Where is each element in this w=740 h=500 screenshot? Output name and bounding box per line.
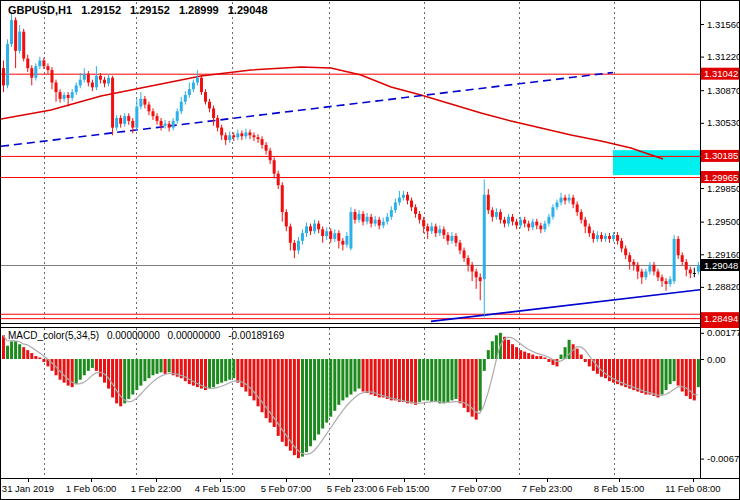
candle: [580, 212, 583, 220]
macd-bar: [313, 359, 316, 440]
macd-bar: [414, 359, 417, 405]
candle: [14, 20, 17, 51]
svg-text:0.0017710: 0.0017710: [707, 327, 740, 338]
macd-bar: [147, 359, 150, 378]
macd-bar: [22, 347, 25, 359]
macd-bar: [79, 359, 82, 380]
macd-bar: [329, 359, 332, 417]
macd-bar: [507, 340, 510, 359]
macd-bar: [535, 356, 538, 359]
svg-text:1.31560: 1.31560: [707, 19, 740, 30]
candle: [345, 236, 348, 245]
candle: [252, 135, 255, 137]
macd-bar: [228, 359, 231, 380]
zone-rectangle[interactable]: [613, 150, 700, 175]
svg-text:7 Feb 23:00: 7 Feb 23:00: [522, 483, 573, 494]
macd-bar: [386, 359, 389, 399]
macd-bar: [665, 359, 668, 390]
macd-bar: [333, 359, 336, 411]
macd-bar: [317, 359, 320, 434]
macd-bar: [216, 359, 219, 384]
macd-bar: [30, 353, 33, 359]
candle: [151, 111, 154, 116]
macd-bar: [236, 359, 239, 383]
ohlc-close: 1.29048: [228, 4, 268, 16]
macd-bar: [160, 359, 163, 372]
candle: [22, 32, 25, 59]
candle: [99, 76, 102, 80]
macd-bar: [479, 359, 482, 411]
candle: [305, 226, 308, 233]
macd-bar: [661, 359, 664, 394]
candle: [519, 220, 522, 226]
macd-bar: [543, 358, 546, 359]
macd-bar: [588, 359, 591, 366]
macd-bar: [220, 359, 223, 383]
macd-bar: [358, 359, 361, 389]
candle: [160, 121, 163, 126]
candle: [531, 222, 534, 228]
macd-bar: [624, 359, 627, 387]
candle: [685, 262, 688, 270]
candle: [539, 225, 542, 229]
candle: [309, 226, 312, 231]
svg-text:5 Feb 07:00: 5 Feb 07:00: [261, 483, 312, 494]
candle: [665, 281, 668, 284]
candle: [596, 235, 599, 239]
macd-bar: [204, 359, 207, 390]
macd-bar: [345, 359, 348, 397]
candle: [459, 243, 462, 251]
macd-indicator-label: MACD_color(5,34,5) 0.00000000 0.00000000…: [8, 330, 289, 341]
candle: [59, 92, 62, 99]
mt4-chart-window[interactable]: GBPUSD,H1 1.29152 1.29152 1.28999 1.2904…: [0, 0, 740, 500]
candle: [184, 95, 187, 102]
candle: [495, 212, 498, 217]
macd-bar: [156, 359, 159, 374]
candle: [652, 265, 655, 272]
candle: [289, 226, 292, 242]
candle: [398, 198, 401, 203]
macd-bar: [390, 359, 393, 400]
candle: [620, 241, 623, 249]
candle: [378, 220, 381, 226]
candle: [560, 198, 563, 203]
macd-bar: [434, 359, 437, 402]
macd-bar: [325, 359, 328, 423]
svg-text:11 Feb 08:00: 11 Feb 08:00: [665, 483, 720, 494]
svg-text:1.30530: 1.30530: [707, 117, 740, 128]
macd-bar: [168, 359, 171, 372]
macd-bar: [127, 359, 130, 399]
macd-bar: [34, 356, 37, 359]
macd-bar: [293, 359, 296, 455]
macd-bar: [531, 355, 534, 359]
svg-text:5 Feb 23:00: 5 Feb 23:00: [327, 483, 378, 494]
macd-bar: [164, 359, 167, 374]
macd-bar: [555, 359, 558, 366]
candle: [172, 121, 175, 128]
macd-bar: [640, 359, 643, 393]
candle: [232, 135, 235, 137]
candle: [67, 95, 70, 98]
candle: [91, 83, 94, 88]
candle: [216, 118, 219, 128]
macd-bar: [382, 359, 385, 397]
candle: [487, 195, 490, 210]
candle: [164, 124, 167, 126]
chart-canvas[interactable]: 1.315601.312201.308701.305301.298501.295…: [1, 1, 740, 500]
macd-bar: [139, 359, 142, 386]
macd-bar: [576, 349, 579, 359]
candle: [273, 160, 276, 173]
macd-bar: [463, 359, 466, 408]
candle: [285, 212, 288, 226]
candle: [592, 233, 595, 239]
candle: [127, 116, 130, 121]
candle: [608, 236, 611, 239]
macd-bar: [248, 359, 251, 396]
macd-bar: [378, 359, 381, 397]
candle: [612, 235, 615, 239]
macd-bar: [608, 359, 611, 381]
candle: [240, 133, 243, 136]
zone-rectangle-layer[interactable]: [613, 150, 700, 175]
macd-bar: [580, 355, 583, 359]
candle: [661, 277, 664, 281]
